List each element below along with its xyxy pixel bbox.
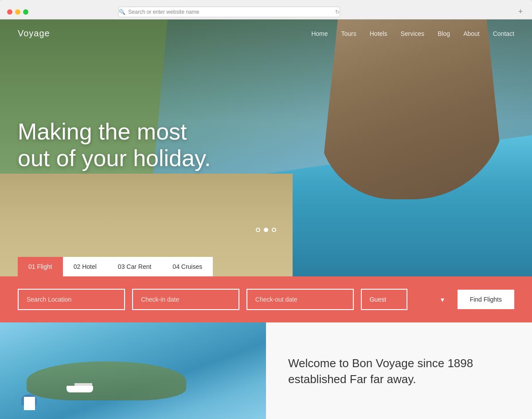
find-flights-button[interactable]: Find Flights (458, 290, 514, 309)
fullscreen-button-icon[interactable] (23, 9, 28, 15)
hero-content: Making the most out of your holiday. (18, 119, 211, 172)
main-nav: Voyage Home Tours Hotels Services Blog A… (0, 19, 532, 47)
nav-brand[interactable]: Voyage (18, 28, 50, 39)
church-body (24, 397, 35, 410)
bottom-text-panel: Welcome to Bon Voyage since 1898 establi… (266, 322, 532, 419)
slider-dots (256, 228, 276, 232)
tab-hotel[interactable]: 02 Hotel (63, 257, 107, 276)
search-section: Guest 1 Guest 2 Guests 3 Guests 4+ Guest… (0, 276, 532, 322)
bottom-image-panel (0, 322, 266, 419)
guest-select-wrapper: Guest 1 Guest 2 Guests 3 Guests 4+ Guest… (361, 289, 450, 310)
slide-dot-1[interactable] (256, 228, 260, 232)
nav-hotels[interactable]: Hotels (370, 30, 387, 37)
welcome-text: Welcome to Bon Voyage since 1898 establi… (288, 355, 510, 388)
hero-title-line2: out of your holiday. (18, 145, 211, 171)
nav-about[interactable]: About (463, 30, 480, 37)
tab-car-rent[interactable]: 03 Car Rent (107, 257, 162, 276)
booking-tabs: 01 Flight 02 Hotel 03 Car Rent 04 Cruise… (18, 257, 213, 276)
hero-section: Voyage Home Tours Hotels Services Blog A… (0, 19, 532, 276)
browser-chrome: 🔍 Search or enter website name ↻ + (0, 0, 532, 19)
traffic-lights (7, 9, 28, 15)
checkout-date-input[interactable] (246, 289, 354, 310)
nav-blog[interactable]: Blog (438, 30, 450, 37)
address-bar[interactable]: 🔍 Search or enter website name ↻ (118, 7, 340, 17)
slide-dot-3[interactable] (272, 228, 276, 232)
close-button-icon[interactable] (7, 9, 12, 15)
website-content: Voyage Home Tours Hotels Services Blog A… (0, 19, 532, 419)
island-shape (27, 361, 186, 400)
checkin-date-input[interactable] (132, 289, 239, 310)
new-tab-button[interactable]: + (516, 8, 525, 16)
nav-services[interactable]: Services (400, 30, 424, 37)
minimize-button-icon[interactable] (15, 9, 20, 15)
guest-select[interactable]: Guest 1 Guest 2 Guests 3 Guests 4+ Guest… (361, 289, 407, 310)
tab-flight[interactable]: 01 Flight (18, 257, 63, 276)
tab-cruises[interactable]: 04 Cruises (162, 257, 213, 276)
hero-title: Making the most out of your holiday. (18, 119, 211, 172)
hero-title-line1: Making the most (18, 119, 187, 144)
nav-links: Home Tours Hotels Services Blog About Co… (311, 30, 514, 38)
nav-contact[interactable]: Contact (493, 30, 514, 37)
address-text: Search or enter website name (128, 9, 199, 15)
search-icon: 🔍 (119, 9, 125, 15)
cruise-ship (66, 386, 93, 392)
reload-icon[interactable]: ↻ (335, 9, 340, 15)
nav-home[interactable]: Home (311, 30, 328, 37)
slide-dot-2[interactable] (264, 228, 268, 232)
bottom-section: Welcome to Bon Voyage since 1898 establi… (0, 322, 532, 419)
search-location-input[interactable] (18, 289, 125, 310)
nav-tours[interactable]: Tours (341, 30, 356, 37)
